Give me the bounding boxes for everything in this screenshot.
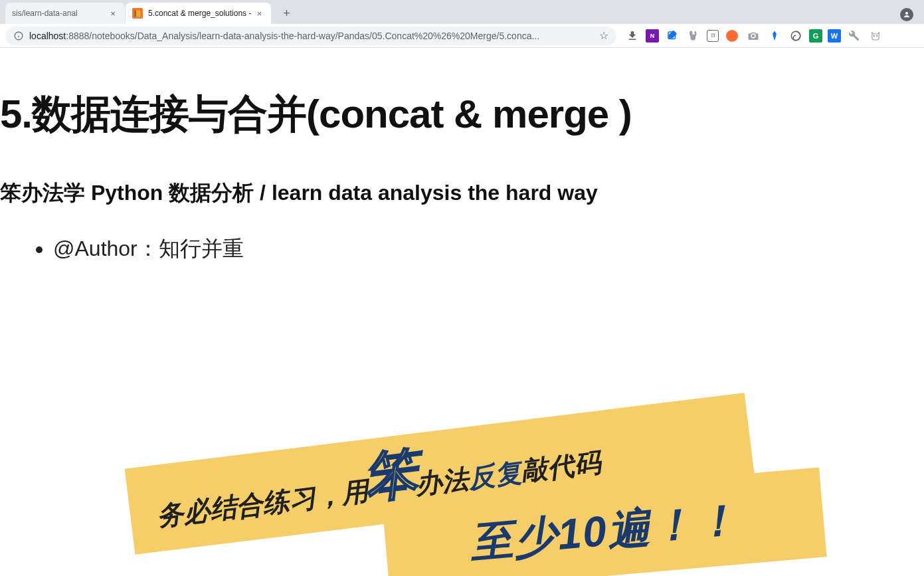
onenote-extension-icon[interactable]: N [646, 29, 659, 43]
banner-text-3: 敲代码 [519, 448, 602, 486]
notebook-title: 5.数据连接与合并(concat & merge ) [0, 88, 924, 142]
notebook-subtitle: 笨办法学 Python 数据分析 / learn data analysis t… [0, 179, 924, 208]
wrench-extension-icon[interactable] [846, 28, 862, 44]
author-line: @Author：知行并重 [53, 235, 924, 264]
new-tab-button[interactable]: + [277, 4, 296, 23]
bookmark-star-icon[interactable]: ☆ [599, 29, 608, 42]
diamond-extension-icon[interactable] [767, 28, 783, 44]
address-bar-row: localhost:8888/notebooks/Data_Analysis/l… [0, 24, 924, 48]
url-path: /notebooks/Data_Analysis/learn-data-anal… [89, 31, 539, 41]
url-port: :8888 [66, 31, 89, 41]
svg-point-6 [874, 35, 875, 37]
g-extension-icon[interactable]: G [809, 29, 822, 43]
tab-title: 5.concat & merge_solutions - [148, 9, 251, 18]
banner-text-1: 务必结合练习，用 [155, 476, 370, 531]
close-icon[interactable]: × [108, 8, 118, 19]
edit-extension-icon[interactable] [664, 28, 680, 44]
download-icon[interactable] [624, 28, 640, 44]
browser-tab-active[interactable]: 📙 5.concat & merge_solutions - × [126, 3, 271, 24]
notebook-content: 5.数据连接与合并(concat & merge ) 笨办法学 Python 数… [0, 88, 924, 264]
tab-bar-user-area [900, 8, 919, 24]
browser-tab-bar: sis/learn-data-anal × 📙 5.concat & merge… [0, 0, 924, 24]
banner-text-2: 办法 [414, 464, 470, 499]
jupyter-favicon-icon: 📙 [132, 8, 143, 19]
site-info-icon[interactable] [13, 31, 24, 41]
w-extension-icon[interactable]: W [828, 29, 841, 43]
extension-toolbar: N ⊡ G W [624, 28, 883, 44]
url-host: localhost [29, 31, 66, 41]
swirl-extension-icon[interactable] [788, 28, 804, 44]
svg-point-7 [877, 35, 878, 37]
user-profile-icon[interactable] [900, 8, 913, 21]
address-bar[interactable]: localhost:8888/notebooks/Data_Analysis/l… [5, 27, 616, 45]
tab-title: sis/learn-data-anal [12, 9, 105, 18]
scan-extension-icon[interactable]: ⊡ [707, 30, 719, 42]
banner-2-text: 至少10遍！！ [468, 491, 741, 572]
author-list: @Author：知行并重 [0, 235, 924, 264]
browser-tab-inactive[interactable]: sis/learn-data-anal × [5, 3, 125, 24]
rabbit-extension-icon[interactable] [686, 28, 701, 44]
cat-extension-icon[interactable] [868, 28, 883, 44]
camera-extension-icon[interactable] [745, 28, 761, 44]
page-content: 5.数据连接与合并(concat & merge ) 笨办法学 Python 数… [0, 48, 924, 576]
circle-extension-icon[interactable] [724, 28, 740, 44]
banner-blue-text: 反复 [466, 457, 523, 492]
svg-point-0 [905, 12, 908, 15]
close-icon[interactable]: × [254, 8, 264, 19]
url-text: localhost:8888/notebooks/Data_Analysis/l… [29, 31, 594, 41]
